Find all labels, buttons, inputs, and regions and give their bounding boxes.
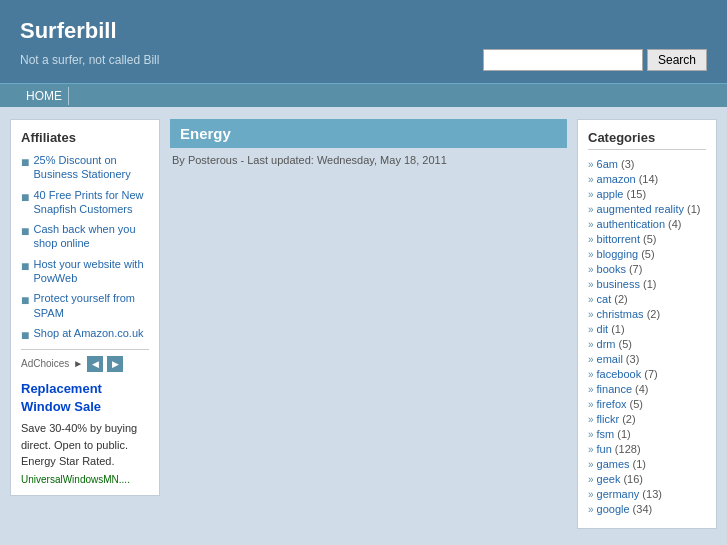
- list-item: ■ 25% Discount on Business Stationery: [21, 153, 149, 182]
- bullet-icon: ■: [21, 327, 29, 343]
- list-item: »drm (5): [588, 338, 706, 350]
- category-link[interactable]: christmas: [597, 308, 644, 320]
- category-link[interactable]: google: [597, 503, 630, 515]
- category-count: (5): [619, 338, 632, 350]
- list-item: ■ Host your website with PowWeb: [21, 257, 149, 286]
- category-count: (1): [643, 278, 656, 290]
- list-item: ■ Protect yourself from SPAM: [21, 291, 149, 320]
- chevron-right-icon: »: [588, 249, 594, 260]
- category-count: (5): [630, 398, 643, 410]
- category-count: (1): [633, 458, 646, 470]
- category-count: (128): [615, 443, 641, 455]
- category-count: (2): [647, 308, 660, 320]
- category-link[interactable]: finance: [597, 383, 632, 395]
- ad-title-link[interactable]: Replacement Window Sale: [21, 381, 102, 414]
- category-link[interactable]: authentication: [597, 218, 666, 230]
- list-item: ■ Shop at Amazon.co.uk: [21, 326, 149, 343]
- main-content: Energy By Posterous - Last updated: Wedn…: [170, 119, 567, 529]
- category-count: (1): [617, 428, 630, 440]
- chevron-right-icon: »: [588, 339, 594, 350]
- affiliate-link[interactable]: Host your website with PowWeb: [33, 257, 149, 286]
- affiliate-link[interactable]: Cash back when you shop online: [33, 222, 149, 251]
- affiliate-link[interactable]: 25% Discount on Business Stationery: [33, 153, 149, 182]
- ad-title: Replacement Window Sale: [21, 380, 149, 416]
- category-link[interactable]: drm: [597, 338, 616, 350]
- chevron-right-icon: »: [588, 279, 594, 290]
- chevron-right-icon: »: [588, 264, 594, 275]
- category-link[interactable]: bittorrent: [597, 233, 640, 245]
- ad-choices-label: AdChoices: [21, 358, 69, 369]
- categories-list: »6am (3)»amazon (14)»apple (15)»augmente…: [588, 158, 706, 515]
- category-link[interactable]: fun: [597, 443, 612, 455]
- category-link[interactable]: facebook: [597, 368, 642, 380]
- search-input[interactable]: [483, 49, 643, 71]
- category-link[interactable]: augmented reality: [597, 203, 684, 215]
- category-count: (2): [614, 293, 627, 305]
- ad-choices-icon: ►: [73, 358, 83, 369]
- affiliate-link[interactable]: Shop at Amazon.co.uk: [33, 326, 143, 340]
- category-link[interactable]: firefox: [597, 398, 627, 410]
- search-button[interactable]: Search: [647, 49, 707, 71]
- category-link[interactable]: dit: [597, 323, 609, 335]
- category-link[interactable]: business: [597, 278, 640, 290]
- category-count: (1): [687, 203, 700, 215]
- chevron-right-icon: »: [588, 354, 594, 365]
- list-item: »facebook (7): [588, 368, 706, 380]
- category-link[interactable]: games: [597, 458, 630, 470]
- category-count: (1): [611, 323, 624, 335]
- list-item: »business (1): [588, 278, 706, 290]
- categories-title: Categories: [588, 130, 706, 150]
- category-link[interactable]: germany: [597, 488, 640, 500]
- chevron-right-icon: »: [588, 234, 594, 245]
- category-count: (15): [626, 188, 646, 200]
- affiliate-link[interactable]: 40 Free Prints for New Snapfish Customer…: [33, 188, 149, 217]
- category-link[interactable]: flickr: [597, 413, 620, 425]
- list-item: »authentication (4): [588, 218, 706, 230]
- category-link[interactable]: geek: [597, 473, 621, 485]
- category-count: (13): [642, 488, 662, 500]
- list-item: »apple (15): [588, 188, 706, 200]
- chevron-right-icon: »: [588, 399, 594, 410]
- category-link[interactable]: fsm: [597, 428, 615, 440]
- list-item: »amazon (14): [588, 173, 706, 185]
- list-item: »christmas (2): [588, 308, 706, 320]
- chevron-right-icon: »: [588, 294, 594, 305]
- ad-choices-bar: AdChoices ► ◀ ▶: [21, 349, 149, 372]
- bullet-icon: ■: [21, 292, 29, 308]
- category-link[interactable]: cat: [597, 293, 612, 305]
- list-item: »flickr (2): [588, 413, 706, 425]
- category-link[interactable]: books: [597, 263, 626, 275]
- chevron-right-icon: »: [588, 309, 594, 320]
- search-form: Search: [483, 49, 707, 71]
- category-count: (3): [626, 353, 639, 365]
- chevron-right-icon: »: [588, 204, 594, 215]
- ad-prev-button[interactable]: ◀: [87, 356, 103, 372]
- ad-next-button[interactable]: ▶: [107, 356, 123, 372]
- list-item: »books (7): [588, 263, 706, 275]
- chevron-right-icon: »: [588, 429, 594, 440]
- category-count: (16): [623, 473, 643, 485]
- site-header: Surferbill Not a surfer, not called Bill…: [0, 0, 727, 83]
- list-item: »6am (3): [588, 158, 706, 170]
- list-item: »fun (128): [588, 443, 706, 455]
- affiliates-box: Affiliates ■ 25% Discount on Business St…: [10, 119, 160, 496]
- category-link[interactable]: 6am: [597, 158, 618, 170]
- chevron-right-icon: »: [588, 489, 594, 500]
- affiliate-link[interactable]: Protect yourself from SPAM: [33, 291, 149, 320]
- category-count: (2): [622, 413, 635, 425]
- category-link[interactable]: amazon: [597, 173, 636, 185]
- bullet-icon: ■: [21, 223, 29, 239]
- category-link[interactable]: apple: [597, 188, 624, 200]
- list-item: »dit (1): [588, 323, 706, 335]
- chevron-right-icon: »: [588, 459, 594, 470]
- list-item: »games (1): [588, 458, 706, 470]
- category-link[interactable]: email: [597, 353, 623, 365]
- list-item: »geek (16): [588, 473, 706, 485]
- chevron-right-icon: »: [588, 504, 594, 515]
- category-count: (34): [633, 503, 653, 515]
- nav-home[interactable]: HOME: [20, 87, 69, 105]
- chevron-right-icon: »: [588, 174, 594, 185]
- category-link[interactable]: blogging: [597, 248, 639, 260]
- category-count: (3): [621, 158, 634, 170]
- chevron-right-icon: »: [588, 414, 594, 425]
